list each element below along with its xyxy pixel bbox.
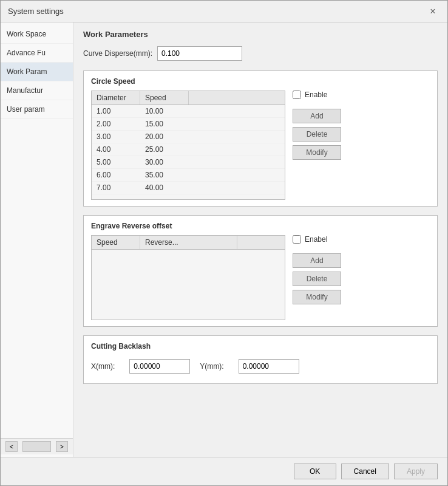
engrave-reverse-group: Engrave Reverse offset Speed Reverse...: [83, 215, 438, 327]
engrave-enable-label: Enabel: [305, 235, 327, 244]
cell-speed-2: 20.00: [140, 131, 189, 143]
y-label: Y(mm):: [200, 362, 223, 371]
circle-modify-button[interactable]: Modify: [293, 145, 341, 160]
engrave-delete-button[interactable]: Delete: [293, 272, 341, 286]
close-button[interactable]: ×: [426, 4, 440, 19]
cell-diameter-6: 7.00: [92, 182, 140, 194]
circle-enable-checkbox[interactable]: [293, 91, 301, 99]
x-label: X(mm):: [91, 362, 115, 371]
cell-speed-3: 25.00: [140, 143, 189, 156]
circle-speed-controls: Enable Add Delete Modify: [293, 91, 341, 200]
sidebar-prev-button[interactable]: <: [5, 441, 18, 452]
col-speed: Speed: [140, 91, 189, 104]
cutting-backlash-row: X(mm): Y(mm):: [91, 355, 430, 377]
section-title: Work Parameters: [83, 30, 438, 39]
cell-diameter-1: 2.00: [92, 118, 140, 130]
y-input[interactable]: [239, 359, 299, 374]
apply-button[interactable]: Apply: [394, 464, 438, 479]
cancel-button[interactable]: Cancel: [341, 464, 389, 479]
engrave-controls: Enabel Add Delete Modify: [293, 235, 341, 320]
cutting-backlash-group: Cutting Backlash X(mm): Y(mm):: [83, 335, 438, 384]
sidebar-next-button[interactable]: >: [56, 441, 68, 452]
sidebar-item-workspace[interactable]: Work Space: [1, 25, 73, 44]
engrave-modify-button[interactable]: Modify: [293, 290, 341, 304]
sidebar-item-advance[interactable]: Advance Fu: [1, 44, 73, 63]
cutting-backlash-label: Cutting Backlash: [91, 342, 430, 351]
circle-speed-label: Circle Speed: [91, 77, 430, 86]
main-content: Work Space Advance Fu Work Param Manufac…: [1, 22, 447, 457]
cell-diameter-3: 4.00: [92, 143, 140, 156]
table-row[interactable]: 5.00 30.00: [92, 156, 285, 169]
engrave-table: Speed Reverse...: [91, 235, 285, 320]
cell-speed-1: 15.00: [140, 118, 189, 130]
sidebar-scrollbar[interactable]: [22, 441, 51, 452]
engrave-add-button[interactable]: Add: [293, 253, 341, 268]
table-row[interactable]: 7.00 40.00: [92, 182, 285, 194]
table-row[interactable]: 3.00 20.00: [92, 131, 285, 143]
curve-disperse-label: Curve Disperse(mm):: [83, 49, 152, 58]
system-settings-dialog: System settings × Work Space Advance Fu …: [0, 0, 448, 486]
curve-disperse-input[interactable]: [157, 46, 242, 61]
sidebar-nav: < >: [1, 438, 73, 454]
engrave-col-speed: Speed: [92, 236, 140, 249]
table-row[interactable]: 6.00 35.00: [92, 169, 285, 182]
circle-speed-group: Circle Speed Diameter Speed 1.00 10.00: [83, 70, 438, 207]
circle-speed-inner: Diameter Speed 1.00 10.00 2.00 15.00: [91, 91, 430, 200]
cell-speed-5: 35.00: [140, 169, 189, 181]
curve-disperse-row: Curve Disperse(mm):: [83, 46, 438, 61]
circle-add-button[interactable]: Add: [293, 109, 341, 123]
cell-speed-0: 10.00: [140, 105, 189, 117]
table-row[interactable]: 1.00 10.00: [92, 105, 285, 118]
sidebar-item-workparam[interactable]: Work Param: [1, 63, 73, 81]
circle-speed-table: Diameter Speed 1.00 10.00 2.00 15.00: [91, 91, 285, 200]
engrave-table-body: [92, 250, 285, 317]
cell-diameter-4: 5.00: [92, 156, 140, 168]
sidebar-item-manufact[interactable]: Manufactur: [1, 81, 73, 100]
footer: OK Cancel Apply: [1, 457, 447, 485]
cell-speed-4: 30.00: [140, 156, 189, 168]
col-diameter: Diameter: [92, 91, 140, 104]
cell-speed-6: 40.00: [140, 182, 189, 194]
work-area: Work Parameters Curve Disperse(mm): Circ…: [73, 22, 447, 457]
engrave-table-header: Speed Reverse...: [92, 236, 285, 250]
dialog-title: System settings: [8, 7, 64, 16]
circle-speed-table-area: Diameter Speed 1.00 10.00 2.00 15.00: [91, 91, 285, 200]
sidebar: Work Space Advance Fu Work Param Manufac…: [1, 22, 73, 457]
circle-enable-row: Enable: [293, 91, 341, 99]
title-bar: System settings ×: [1, 1, 447, 22]
cell-diameter-2: 3.00: [92, 131, 140, 143]
sidebar-item-userparam[interactable]: User param: [1, 100, 73, 119]
circle-speed-table-header: Diameter Speed: [92, 91, 285, 105]
engrave-col-reverse: Reverse...: [140, 236, 237, 249]
table-row[interactable]: 2.00 15.00: [92, 118, 285, 131]
circle-enable-label: Enable: [305, 91, 327, 99]
engrave-enable-row: Enabel: [293, 235, 341, 244]
circle-delete-button[interactable]: Delete: [293, 127, 341, 142]
cell-diameter-0: 1.00: [92, 105, 140, 117]
table-row[interactable]: 4.00 25.00: [92, 143, 285, 156]
engrave-enable-checkbox[interactable]: [293, 235, 301, 244]
engrave-inner: Speed Reverse... Enabel Add D: [91, 235, 430, 320]
engrave-table-area: Speed Reverse...: [91, 235, 285, 320]
x-input[interactable]: [129, 359, 190, 374]
cell-diameter-5: 6.00: [92, 169, 140, 181]
engrave-reverse-label: Engrave Reverse offset: [91, 222, 430, 230]
ok-button[interactable]: OK: [294, 464, 336, 479]
